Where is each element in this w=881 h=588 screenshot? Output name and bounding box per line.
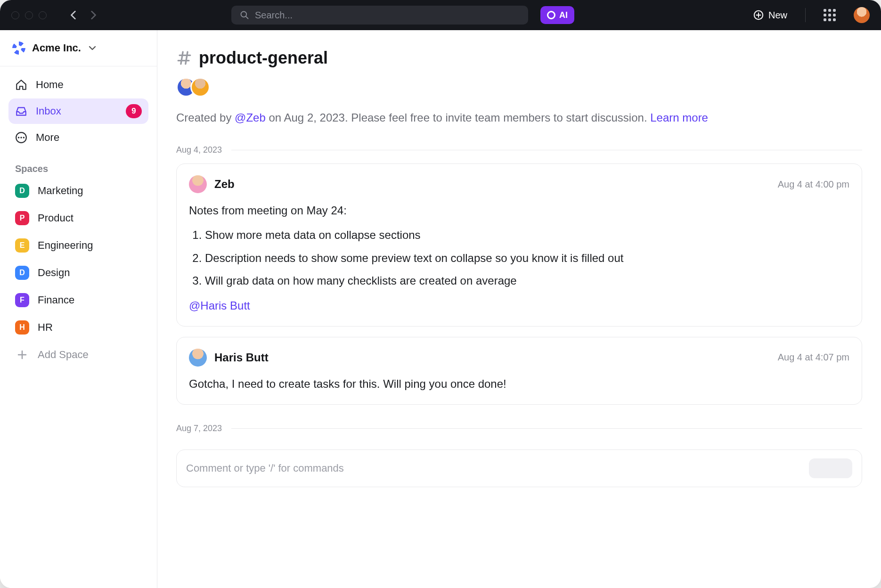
post-lead: Notes from meeting on May 24:: [189, 202, 849, 220]
svg-point-6: [18, 137, 19, 138]
search-icon: [240, 10, 249, 20]
space-item[interactable]: DMarketing: [8, 179, 148, 203]
global-search[interactable]: Search...: [231, 6, 528, 24]
space-badge: F: [15, 293, 29, 307]
space-item[interactable]: FFinance: [8, 288, 148, 312]
spaces-heading: Spaces: [0, 152, 157, 179]
post-text: Gotcha, I need to create tasks for this.…: [189, 375, 849, 393]
post-author: Haris Butt: [214, 351, 269, 364]
post: Zeb Aug 4 at 4:00 pm Notes from meeting …: [176, 163, 862, 327]
send-button[interactable]: [809, 458, 852, 478]
sidebar: Acme Inc. Home Inbox 9: [0, 30, 157, 588]
comment-input[interactable]: [186, 462, 801, 474]
plus-circle-icon: [753, 10, 764, 20]
titlebar: Search... AI New: [0, 0, 881, 30]
home-icon: [15, 79, 27, 91]
space-name: Product: [38, 212, 73, 224]
back-button[interactable]: [65, 7, 82, 23]
space-item[interactable]: HHR: [8, 316, 148, 339]
date-label: Aug 7, 2023: [176, 424, 222, 433]
new-button[interactable]: New: [753, 10, 787, 21]
nav-inbox[interactable]: Inbox 9: [8, 98, 148, 124]
svg-point-8: [23, 137, 24, 138]
post-list-item: Description needs to show some preview t…: [205, 249, 849, 267]
space-name: Design: [38, 267, 70, 279]
post-mention[interactable]: @Haris Butt: [189, 297, 250, 315]
space-badge: E: [15, 238, 29, 253]
post-body: Gotcha, I need to create tasks for this.…: [189, 375, 849, 393]
new-label: New: [768, 10, 787, 21]
window-minimize[interactable]: [25, 11, 33, 19]
more-icon: [15, 131, 27, 144]
chevron-left-icon: [70, 11, 77, 19]
window-close[interactable]: [11, 11, 19, 19]
add-space-label: Add Space: [38, 349, 89, 361]
post: Haris Butt Aug 4 at 4:07 pm Gotcha, I ne…: [176, 337, 862, 405]
history-nav: [65, 7, 101, 23]
space-name: HR: [38, 321, 53, 334]
ai-label: AI: [559, 10, 568, 20]
author-avatar[interactable]: [189, 175, 207, 193]
app-window: Search... AI New Acme Inc.: [0, 0, 881, 588]
post-header: Zeb Aug 4 at 4:00 pm: [189, 175, 849, 193]
chevron-right-icon: [90, 11, 97, 19]
forward-button[interactable]: [85, 7, 101, 23]
window-controls: [11, 11, 47, 19]
post-body: Notes from meeting on May 24: Show more …: [189, 202, 849, 315]
workspace-name: Acme Inc.: [32, 42, 81, 54]
workspace-switcher[interactable]: Acme Inc.: [0, 30, 157, 66]
space-list: DMarketingPProductEEngineeringDDesignFFi…: [0, 179, 157, 339]
date-divider: Aug 4, 2023: [176, 145, 862, 155]
plus-icon: [15, 348, 29, 362]
nav-more[interactable]: More: [8, 126, 148, 149]
post-list-item: Will grab data on how many checklists ar…: [205, 272, 849, 290]
space-item[interactable]: DDesign: [8, 261, 148, 285]
space-item[interactable]: EEngineering: [8, 234, 148, 257]
channel-meta: Created by @Zeb on Aug 2, 2023. Please f…: [176, 109, 862, 126]
apps-button[interactable]: [824, 9, 836, 21]
inbox-icon: [15, 105, 27, 117]
comment-composer: [176, 449, 862, 487]
channel-header: product-general: [176, 48, 862, 68]
space-badge: P: [15, 211, 29, 225]
date-label: Aug 4, 2023: [176, 145, 222, 155]
post-author: Zeb: [214, 178, 235, 191]
current-user-avatar[interactable]: [854, 7, 870, 23]
titlebar-divider: [805, 8, 806, 22]
post-list: Show more meta data on collapse sections…: [205, 226, 849, 290]
svg-line-1: [246, 16, 248, 19]
channel-title: product-general: [199, 48, 328, 68]
space-name: Engineering: [38, 239, 93, 252]
nav-home[interactable]: Home: [8, 73, 148, 97]
nav-more-label: More: [36, 131, 142, 144]
svg-point-7: [20, 137, 22, 138]
space-badge: H: [15, 320, 29, 335]
space-badge: D: [15, 184, 29, 198]
member-avatars[interactable]: [176, 77, 862, 97]
window-maximize[interactable]: [39, 11, 47, 19]
body: Acme Inc. Home Inbox 9: [0, 30, 881, 588]
post-list-item: Show more meta data on collapse sections: [205, 226, 849, 244]
workspace-logo-icon: [12, 41, 25, 55]
nav-inbox-label: Inbox: [36, 105, 117, 117]
space-badge: D: [15, 266, 29, 280]
post-time: Aug 4 at 4:00 pm: [778, 179, 849, 190]
meta-author-mention[interactable]: @Zeb: [235, 111, 266, 124]
ai-button[interactable]: AI: [540, 6, 574, 24]
hash-icon: [176, 50, 192, 66]
ai-icon: [547, 11, 555, 19]
primary-nav: Home Inbox 9 More: [0, 66, 157, 152]
add-space-button[interactable]: Add Space: [8, 341, 148, 368]
divider-line: [231, 150, 862, 150]
learn-more-link[interactable]: Learn more: [650, 111, 708, 124]
space-item[interactable]: PProduct: [8, 206, 148, 230]
post-header: Haris Butt Aug 4 at 4:07 pm: [189, 349, 849, 367]
post-time: Aug 4 at 4:07 pm: [778, 352, 849, 363]
main: product-general Created by @Zeb on Aug 2…: [157, 30, 881, 588]
inbox-badge: 9: [126, 104, 142, 118]
space-name: Finance: [38, 294, 74, 306]
meta-rest: on Aug 2, 2023. Please feel free to invi…: [266, 111, 650, 124]
date-divider: Aug 7, 2023: [176, 424, 862, 433]
author-avatar[interactable]: [189, 349, 207, 367]
space-name: Marketing: [38, 185, 83, 197]
